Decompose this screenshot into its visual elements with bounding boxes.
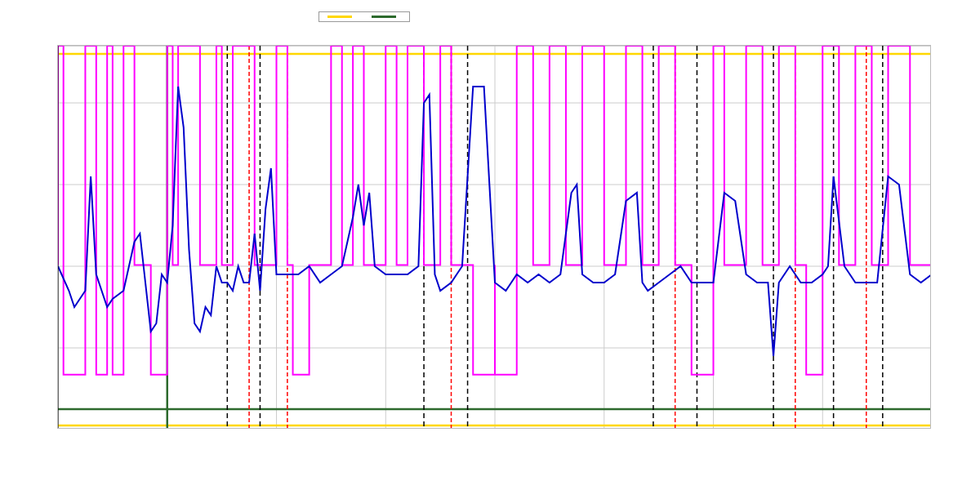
yellow-line-icon: [327, 16, 352, 18]
legend-yellow: [327, 16, 357, 18]
plot-area: 0102030404060801001201401601802023:16920…: [57, 45, 931, 429]
chart-container: 0102030404060801001201401601802023:16920…: [0, 0, 980, 490]
legend: [318, 11, 410, 22]
legend-planning: [372, 16, 401, 18]
planning-line-icon: [372, 16, 396, 18]
